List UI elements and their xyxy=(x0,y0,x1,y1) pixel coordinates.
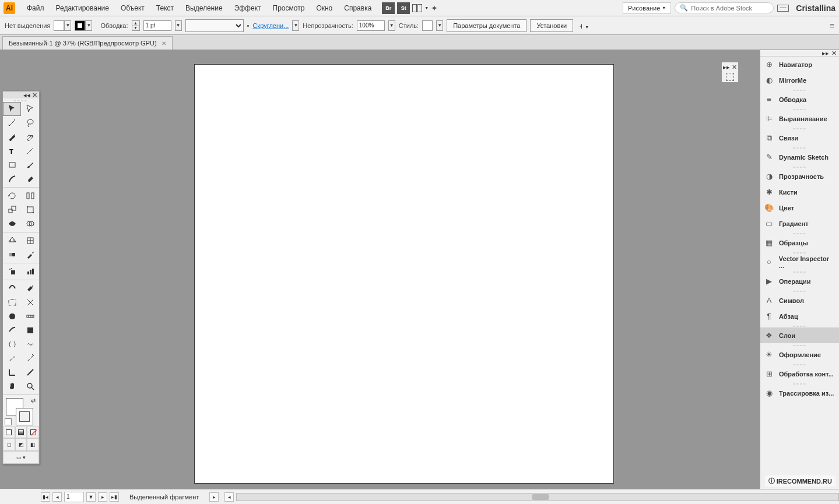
document-setup-button[interactable]: Параметры документа xyxy=(447,19,526,32)
draw-inside-icon[interactable]: ◧ xyxy=(27,438,39,451)
lasso-tool[interactable] xyxy=(21,116,39,130)
panel-mirrorme[interactable]: ◐MirrorMe xyxy=(760,72,839,88)
panel--[interactable]: ▦Образцы xyxy=(760,235,839,251)
menu-справка[interactable]: Справка xyxy=(338,2,377,15)
screen-mode-icon[interactable]: ▭ ▾ xyxy=(3,451,39,464)
join-tool[interactable] xyxy=(3,365,21,379)
minimize-button[interactable]: — xyxy=(777,5,789,12)
menu-редактирование[interactable]: Редактирование xyxy=(50,2,115,15)
panel--[interactable]: ✱Кисти xyxy=(760,184,839,200)
menu-файл[interactable]: Файл xyxy=(21,2,50,15)
panel--[interactable]: ▭Градиент xyxy=(760,216,839,231)
blob-brush-tool[interactable] xyxy=(3,309,21,323)
document-tab[interactable]: Безымянный-1 @ 37% (RGB/Предпросмотр GPU… xyxy=(2,36,173,50)
direct-selection-tool[interactable] xyxy=(21,102,39,116)
close-tab-icon[interactable]: ✕ xyxy=(162,40,166,47)
bridge-icon[interactable]: Br xyxy=(382,2,395,14)
menu-текст[interactable]: Текст xyxy=(150,2,180,15)
artboard-control[interactable]: ▸▸ ✕ xyxy=(721,62,739,83)
default-colors-icon[interactable] xyxy=(5,418,12,425)
stroke-dropdown[interactable]: ▼ xyxy=(85,20,92,31)
opacity-input[interactable] xyxy=(357,20,385,31)
scale-tool[interactable] xyxy=(3,203,21,217)
stock-search[interactable]: 🔍 xyxy=(675,2,774,13)
shape-builder-tool[interactable] xyxy=(21,217,39,231)
pen-tool[interactable] xyxy=(3,130,21,144)
line-tool[interactable] xyxy=(21,144,39,158)
magic-wand-tool[interactable] xyxy=(3,116,21,130)
stroke-color[interactable] xyxy=(16,408,33,425)
hand-tool[interactable] xyxy=(3,379,21,393)
stock-icon[interactable]: St xyxy=(397,2,410,14)
preferences-button[interactable]: Установки xyxy=(530,19,573,32)
slice-tool[interactable] xyxy=(21,295,39,309)
rectangle-tool[interactable] xyxy=(3,158,21,172)
reflect-tool[interactable] xyxy=(21,189,39,203)
eyedropper-tool[interactable] xyxy=(21,248,39,262)
workspace-selector[interactable]: Рисование▼ xyxy=(623,2,671,14)
color-picker[interactable]: ⇄ xyxy=(3,396,39,427)
profile-select[interactable] xyxy=(185,19,244,32)
panel--[interactable]: ◑Прозрачность xyxy=(760,168,839,184)
scroll-left-icon[interactable]: ◂ xyxy=(224,492,234,502)
menu-выделение[interactable]: Выделение xyxy=(180,2,229,15)
fill-dropdown[interactable]: ▼ xyxy=(64,20,71,31)
prev-artboard-button[interactable]: ◂ xyxy=(52,492,62,502)
blend-tool[interactable] xyxy=(3,281,21,295)
artboard-dropdown[interactable]: ▼ xyxy=(86,492,96,502)
mesh-tool[interactable] xyxy=(21,234,39,248)
pattern-tool[interactable] xyxy=(21,323,39,337)
type-tool[interactable]: T xyxy=(3,144,21,158)
grid-icon[interactable] xyxy=(726,73,734,81)
pencil-tool[interactable] xyxy=(3,172,21,186)
first-artboard-button[interactable]: ▮◂ xyxy=(41,492,50,502)
panel--[interactable]: 🎨Цвет xyxy=(760,200,839,216)
menu-эффект[interactable]: Эффект xyxy=(229,2,267,15)
gradient-tool[interactable] xyxy=(3,248,21,262)
stroke-weight-input[interactable] xyxy=(143,20,171,31)
column-graph-tool[interactable] xyxy=(21,265,39,279)
color-mode-icon[interactable] xyxy=(3,427,15,438)
artboard-tool[interactable] xyxy=(3,295,21,309)
free-transform-tool[interactable] xyxy=(21,203,39,217)
panel--[interactable]: ⊞Обработка конт... xyxy=(760,366,839,382)
gradient-mode-icon[interactable] xyxy=(15,427,27,438)
warp-tool[interactable] xyxy=(3,337,21,351)
gpu-icon[interactable]: ✦ xyxy=(431,3,438,13)
width-tool[interactable] xyxy=(3,217,21,231)
menu-объект[interactable]: Объект xyxy=(115,2,150,15)
knife-tool[interactable] xyxy=(3,323,21,337)
panel-menu-icon[interactable]: ≡ xyxy=(830,21,834,30)
stroke-spinner[interactable]: ▲▼ xyxy=(132,20,140,31)
panel--[interactable]: ⊕Навигатор xyxy=(760,57,839,72)
wrinkle-tool[interactable] xyxy=(21,337,39,351)
panel--[interactable]: AСимвол xyxy=(760,292,839,308)
zoom-tool[interactable] xyxy=(21,379,39,393)
swap-colors-icon[interactable]: ⇄ xyxy=(31,397,36,404)
draw-normal-icon[interactable]: ◻ xyxy=(3,438,15,451)
close-panels-icon[interactable]: ✕ xyxy=(831,50,837,57)
panel--[interactable]: ⧉Связи xyxy=(760,130,839,146)
artboard[interactable] xyxy=(194,64,614,484)
corner-label[interactable]: Скруглени... xyxy=(252,22,289,29)
smooth-tool[interactable] xyxy=(3,351,21,365)
panel--[interactable]: ☀Оформление xyxy=(760,347,839,362)
horizontal-scrollbar[interactable] xyxy=(236,493,839,501)
align-icon[interactable]: ⫞▼ xyxy=(579,21,589,30)
arrange-documents-icon[interactable]: ▼ xyxy=(412,4,429,12)
panel--[interactable]: ¶Абзац xyxy=(760,308,839,324)
live-paint-tool[interactable] xyxy=(21,281,39,295)
measure-tool[interactable] xyxy=(21,309,39,323)
stroke-swatch[interactable] xyxy=(75,20,85,31)
none-mode-icon[interactable] xyxy=(27,427,39,438)
expand-panels-icon[interactable]: ▸▸ xyxy=(822,50,829,57)
symbol-sprayer-tool[interactable] xyxy=(3,265,21,279)
style-swatch[interactable] xyxy=(422,20,433,31)
panel--[interactable]: ▶Операции xyxy=(760,273,839,289)
fill-swatch[interactable] xyxy=(54,20,64,31)
menu-просмотр[interactable]: Просмотр xyxy=(267,2,311,15)
menu-окно[interactable]: Окно xyxy=(310,2,338,15)
artboard-number-input[interactable] xyxy=(64,492,84,502)
status-menu-icon[interactable]: ▸ xyxy=(209,492,219,502)
anchor-point-tool[interactable] xyxy=(21,351,39,365)
